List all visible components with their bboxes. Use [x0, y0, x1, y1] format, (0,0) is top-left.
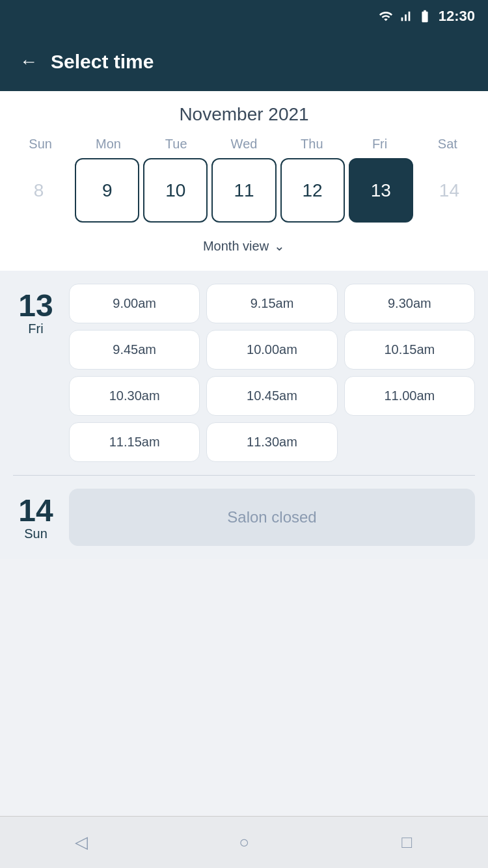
time-slot-915am[interactable]: 9.15am — [206, 284, 337, 323]
date-cell-10[interactable]: 10 — [143, 158, 208, 223]
nav-back-button[interactable]: ◁ — [65, 826, 98, 859]
date-cell-14[interactable]: 14 — [417, 158, 481, 223]
salon-closed-label: Salon closed — [227, 508, 316, 526]
date-cell-12[interactable]: 12 — [280, 158, 345, 223]
nav-recent-icon: □ — [401, 832, 412, 852]
day-header-sun: Sun — [7, 137, 74, 152]
day-headers-row: Sun Mon Tue Wed Thu Fri Sat — [0, 137, 488, 152]
signal-icon — [398, 9, 413, 23]
app-header: ← Select time — [0, 33, 488, 91]
day-13-label: 13 Fri — [13, 284, 59, 336]
day-header-mon: Mon — [74, 137, 142, 152]
nav-recent-button[interactable]: □ — [390, 826, 423, 859]
time-slot-1130am[interactable]: 11.30am — [206, 422, 337, 462]
status-icons — [379, 9, 432, 23]
time-slot-1030am[interactable]: 10.30am — [69, 376, 200, 416]
nav-home-icon: ○ — [239, 832, 249, 852]
day-13-time-grid: 9.00am 9.15am 9.30am 9.45am 10.00am 10.1… — [69, 284, 475, 462]
time-slot-900am[interactable]: 9.00am — [69, 284, 200, 323]
nav-back-icon: ◁ — [75, 832, 88, 852]
day-14-name: Sun — [24, 526, 47, 541]
month-year-label: November 2021 — [0, 104, 488, 125]
day-13-number: 13 — [18, 290, 53, 321]
day-header-tue: Tue — [142, 137, 210, 152]
time-slot-1100am[interactable]: 11.00am — [344, 376, 475, 416]
day-14-label: 14 Sun — [13, 489, 59, 541]
time-slot-930am[interactable]: 9.30am — [344, 284, 475, 323]
day-13-name: Fri — [28, 321, 43, 336]
day-header-fri: Fri — [346, 137, 413, 152]
chevron-down-icon: ⌄ — [274, 238, 285, 254]
date-row: 8 9 10 11 12 13 14 — [0, 158, 488, 223]
section-divider — [13, 475, 475, 476]
back-button[interactable]: ← — [20, 51, 38, 72]
time-slots-section: 13 Fri 9.00am 9.15am 9.30am 9.45am 10.00… — [0, 271, 488, 559]
time-slot-1045am[interactable]: 10.45am — [206, 376, 337, 416]
salon-closed-box: Salon closed — [69, 489, 475, 546]
battery-icon — [418, 9, 432, 23]
wifi-icon — [379, 9, 393, 23]
date-cell-11[interactable]: 11 — [211, 158, 276, 223]
date-cell-9[interactable]: 9 — [75, 158, 139, 223]
time-slot-1115am[interactable]: 11.15am — [69, 422, 200, 462]
status-bar: 12:30 — [0, 0, 488, 33]
month-view-label: Month view — [203, 239, 269, 254]
page-title: Select time — [51, 51, 154, 73]
day-14-section: 14 Sun Salon closed — [13, 489, 475, 546]
time-slot-1000am[interactable]: 10.00am — [206, 330, 337, 370]
calendar-section: November 2021 Sun Mon Tue Wed Thu Fri Sa… — [0, 91, 488, 271]
month-view-toggle[interactable]: Month view ⌄ — [0, 233, 488, 264]
status-time: 12:30 — [439, 8, 475, 25]
bottom-navigation: ◁ ○ □ — [0, 816, 488, 868]
day-14-number: 14 — [18, 495, 53, 526]
date-cell-13[interactable]: 13 — [349, 158, 413, 223]
day-header-thu: Thu — [278, 137, 346, 152]
day-13-section: 13 Fri 9.00am 9.15am 9.30am 9.45am 10.00… — [13, 284, 475, 462]
day-header-wed: Wed — [210, 137, 278, 152]
nav-home-button[interactable]: ○ — [228, 826, 260, 859]
day-header-sat: Sat — [414, 137, 481, 152]
date-cell-8[interactable]: 8 — [7, 158, 71, 223]
time-slot-945am[interactable]: 9.45am — [69, 330, 200, 370]
time-slot-1015am[interactable]: 10.15am — [344, 330, 475, 370]
